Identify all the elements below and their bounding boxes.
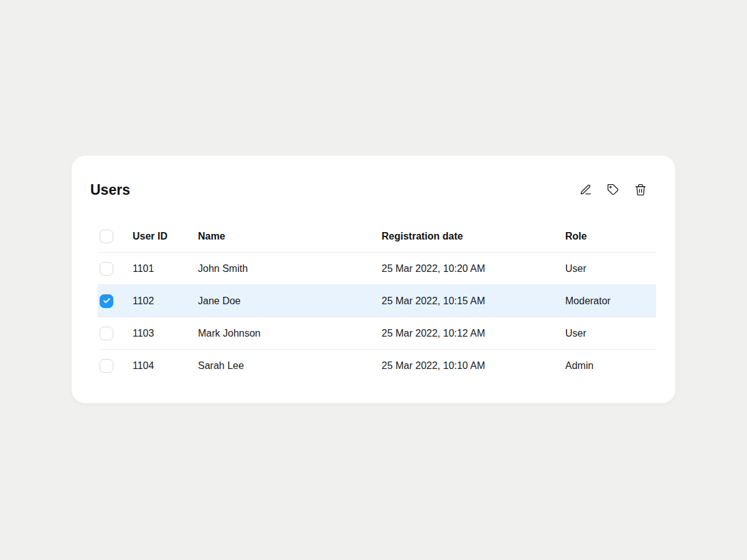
cell-registration-date: 25 Mar 2022, 10:15 AM xyxy=(382,296,565,307)
cell-user-id: 1101 xyxy=(133,263,198,274)
tag-icon xyxy=(607,184,619,196)
cell-name: Sarah Lee xyxy=(198,360,382,371)
select-all-checkbox[interactable] xyxy=(100,230,113,243)
tag-button[interactable] xyxy=(606,182,621,197)
header-name: Name xyxy=(198,231,382,242)
cell-role: Admin xyxy=(565,360,656,371)
row-checkbox[interactable] xyxy=(100,294,113,308)
cell-name: Jane Doe xyxy=(198,296,382,307)
row-checkbox[interactable] xyxy=(100,262,113,276)
cell-role: Moderator xyxy=(565,296,656,307)
row-checkbox[interactable] xyxy=(100,359,113,373)
header-role: Role xyxy=(565,231,656,242)
table-row[interactable]: 1102 Jane Doe 25 Mar 2022, 10:15 AM Mode… xyxy=(98,285,656,317)
toolbar xyxy=(578,182,648,197)
cell-registration-date: 25 Mar 2022, 10:10 AM xyxy=(382,360,565,371)
cell-user-id: 1104 xyxy=(133,360,198,371)
card-header: Users xyxy=(72,156,675,198)
row-checkbox[interactable] xyxy=(100,327,113,340)
header-registration-date: Registration date xyxy=(382,231,565,242)
table-row[interactable]: 1103 Mark Johnson 25 Mar 2022, 10:12 AM … xyxy=(98,317,656,350)
cell-registration-date: 25 Mar 2022, 10:12 AM xyxy=(382,328,565,339)
users-card: Users xyxy=(72,156,675,403)
edit-button[interactable] xyxy=(578,182,593,197)
cell-name: Mark Johnson xyxy=(198,328,382,339)
cell-role: User xyxy=(565,328,656,339)
page-title: Users xyxy=(90,182,130,198)
users-table: User ID Name Registration date Role 1101… xyxy=(98,220,656,382)
header-user-id: User ID xyxy=(133,231,198,242)
cell-registration-date: 25 Mar 2022, 10:20 AM xyxy=(382,263,565,274)
cell-user-id: 1102 xyxy=(133,296,198,307)
edit-pencil-icon xyxy=(580,184,592,196)
delete-button[interactable] xyxy=(633,182,648,197)
cell-name: John Smith xyxy=(198,263,382,274)
table-row[interactable]: 1101 John Smith 25 Mar 2022, 10:20 AM Us… xyxy=(98,253,656,285)
cell-role: User xyxy=(565,263,656,274)
trash-icon xyxy=(634,184,647,196)
table-header-row: User ID Name Registration date Role xyxy=(98,220,656,253)
table-row[interactable]: 1104 Sarah Lee 25 Mar 2022, 10:10 AM Adm… xyxy=(98,350,656,382)
cell-user-id: 1103 xyxy=(133,328,198,339)
